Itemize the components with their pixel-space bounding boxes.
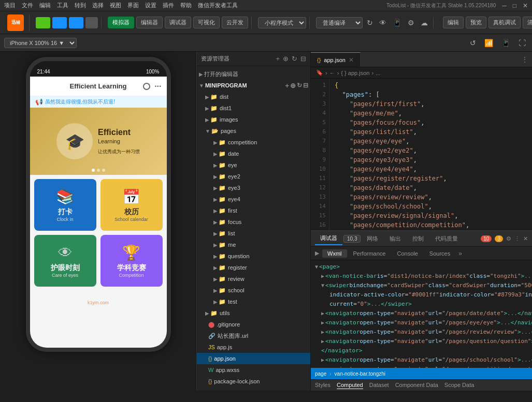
- file-packagelock[interactable]: {} package-lock.json: [197, 376, 310, 387]
- folder-dist[interactable]: ▶ 📁 dist: [197, 91, 310, 102]
- menu-interface[interactable]: 界面: [127, 2, 139, 9]
- file-appjson[interactable]: {} app.json: [197, 353, 310, 364]
- html-nav3-line[interactable]: ▶ <navigator open-type="navigate" url="/…: [311, 327, 532, 337]
- collapse-icon[interactable]: ⊟: [300, 55, 306, 63]
- swiper-card[interactable]: 🎓 Efficient Learning 让优秀成为一种习惯: [30, 108, 167, 175]
- folder-me[interactable]: ▶ 📁 me: [197, 239, 310, 250]
- record-btn[interactable]: [143, 83, 150, 90]
- menu-goto[interactable]: 转到: [75, 2, 86, 9]
- code-content[interactable]: { "pages": [ "pages/first/first", "pages…: [329, 79, 532, 230]
- menu-help[interactable]: 帮助: [180, 2, 192, 9]
- refresh-icon[interactable]: ↻: [292, 55, 297, 63]
- html-nav2-line[interactable]: ▶ <navigator open-type="navigate" url="/…: [311, 318, 532, 327]
- file-gitignore[interactable]: ⬤ .gitignore: [197, 319, 310, 330]
- folder-competition[interactable]: ▶ 📁 competition: [197, 137, 310, 148]
- folder-eye2[interactable]: ▶ 📁 eye2: [197, 171, 310, 182]
- dt2-tab-performance[interactable]: Performance: [348, 249, 391, 258]
- html-nav4-line[interactable]: ▶ <navigator open-type="navigate" url="/…: [311, 337, 532, 346]
- upload-icon-btn[interactable]: [69, 17, 83, 28]
- bottom-tab-component-data[interactable]: Component Data: [395, 382, 438, 389]
- folder-dist1[interactable]: ▶ 📁 dist1: [197, 102, 310, 114]
- menu-file[interactable]: 文件: [22, 2, 33, 9]
- devtools-tab-output[interactable]: 输出: [384, 233, 406, 245]
- tab-appjson[interactable]: {} app.json ✕: [311, 52, 361, 67]
- page-arrow[interactable]: ▼: [315, 262, 318, 272]
- refresh-btn[interactable]: ↻: [365, 18, 375, 28]
- device-select[interactable]: iPhone X 100% 16 ▼: [4, 38, 77, 48]
- mode-select[interactable]: 小程序模式: [258, 17, 306, 28]
- html-nav5-line[interactable]: ▶ <navigator open-type="navigate" url="/…: [311, 355, 532, 365]
- new-folder-icon[interactable]: ⊕: [283, 55, 289, 63]
- menu-settings[interactable]: 设置: [145, 2, 156, 9]
- file-url[interactable]: 🔗 站长图库.url: [197, 330, 310, 341]
- folder-pages[interactable]: ▼ 📂 pages: [197, 125, 310, 137]
- menu-wechat-devtools[interactable]: 微信开发者工具: [198, 2, 238, 9]
- bottom-tab-scope-data[interactable]: Scope Data: [444, 382, 474, 389]
- network-btn[interactable]: 📶: [482, 38, 495, 48]
- add-file-btn[interactable]: +: [285, 82, 289, 90]
- devtools-tab-quality[interactable]: 代码质量: [430, 233, 463, 245]
- grid-clock-in[interactable]: 📚 打卡 Clock in: [34, 179, 96, 231]
- swiper-arrow[interactable]: ▼: [321, 281, 324, 290]
- settings-btn[interactable]: ⚙: [406, 18, 416, 28]
- preview-tab-btn[interactable]: 预览: [466, 17, 486, 28]
- folder-focus[interactable]: ▶ 📁 focus: [197, 216, 310, 228]
- project-refresh-btn[interactable]: ↻: [297, 82, 302, 89]
- window-minimize[interactable]: ─: [502, 2, 507, 9]
- menu-project[interactable]: 项目: [4, 2, 16, 9]
- editor-preview-tab[interactable]: 编辑: [443, 17, 464, 28]
- menu-view[interactable]: 视图: [110, 2, 121, 9]
- editor-icon-btn[interactable]: [52, 17, 67, 28]
- folder-question[interactable]: ▶ 📁 question: [197, 250, 310, 262]
- folder-test[interactable]: ▶ 📁 test: [197, 296, 310, 307]
- new-file-icon[interactable]: +: [276, 55, 280, 63]
- folder-eye4[interactable]: ▶ 📁 eye4: [197, 193, 310, 205]
- back-btn[interactable]: ←: [329, 70, 335, 76]
- folder-first[interactable]: ▶ 📁 first: [197, 205, 310, 216]
- cloud-btn[interactable]: ☁: [419, 18, 430, 28]
- folder-utils[interactable]: ▶ 📁 utils: [197, 307, 310, 319]
- menu-plugins[interactable]: 插件: [163, 2, 174, 9]
- devtools-tab-control[interactable]: 控制: [407, 233, 429, 245]
- real-device-tab[interactable]: 真机调试: [488, 17, 521, 28]
- eye-btn[interactable]: 👁: [377, 18, 389, 28]
- status-van-notice[interactable]: van-notice-bar.tongzhi: [335, 371, 385, 377]
- simulator-tab[interactable]: 模拟器: [108, 17, 134, 28]
- simulator-icon-btn[interactable]: [36, 17, 50, 28]
- window-close[interactable]: ✕: [523, 2, 528, 9]
- folder-date[interactable]: ▶ 📁 date: [197, 148, 310, 159]
- status-page[interactable]: page: [315, 371, 326, 377]
- open-editors-section[interactable]: ▶ 打开的编辑器: [197, 68, 310, 80]
- dt2-tab-console[interactable]: Console: [392, 249, 423, 258]
- visual-icon-btn[interactable]: [85, 17, 98, 28]
- editor-tab[interactable]: 编辑器: [136, 17, 163, 28]
- devtools-tab-debugger[interactable]: 调试器: [315, 232, 342, 245]
- devtools-close-btn[interactable]: ✕: [523, 235, 528, 242]
- dt2-tab-wxml[interactable]: Wxml: [322, 249, 347, 258]
- html-notice-line[interactable]: ▶ <van-notice-bar is = "dist1/notice-bar…: [311, 272, 532, 281]
- grid-eye-care[interactable]: 👁 护眼时刻 Care of eyes: [34, 235, 96, 287]
- folder-school[interactable]: ▶ 📁 school: [197, 285, 310, 296]
- add-folder-btn[interactable]: ⊕: [290, 82, 296, 90]
- bottom-tab-computed[interactable]: Computed: [337, 382, 363, 389]
- window-maximize[interactable]: □: [513, 2, 516, 9]
- rotate-btn[interactable]: ↺: [468, 38, 478, 48]
- debug-tab[interactable]: 调试器: [165, 17, 191, 28]
- folder-eye[interactable]: ▶ 📁 eye: [197, 159, 310, 171]
- html-page-line[interactable]: ▼ <page>: [311, 262, 532, 272]
- html-nav1-line[interactable]: ▶ <navigator open-type="navigate" url="/…: [311, 309, 532, 318]
- file-appjs[interactable]: JS app.js: [197, 341, 310, 353]
- folder-eye3[interactable]: ▶ 📁 eye3: [197, 182, 310, 193]
- expand-btn[interactable]: ⛶: [516, 38, 528, 48]
- file-packagejson[interactable]: {} package.json: [197, 387, 310, 391]
- dt2-tab-sources[interactable]: Sources: [424, 249, 455, 258]
- folder-images[interactable]: ▶ 📁 images: [197, 114, 310, 125]
- compile-select[interactable]: 普通编译: [316, 17, 363, 28]
- menu-tools[interactable]: 工具: [57, 2, 68, 9]
- folder-register[interactable]: ▶ 📁 register: [197, 262, 310, 273]
- folder-review[interactable]: ▶ 📁 review: [197, 273, 310, 285]
- folder-list[interactable]: ▶ 📁 list: [197, 228, 310, 239]
- visual-tab[interactable]: 可视化: [193, 17, 220, 28]
- grid-school-cal[interactable]: 📅 校历 School calendar: [100, 179, 163, 231]
- phone-frame-btn[interactable]: 📱: [499, 38, 512, 48]
